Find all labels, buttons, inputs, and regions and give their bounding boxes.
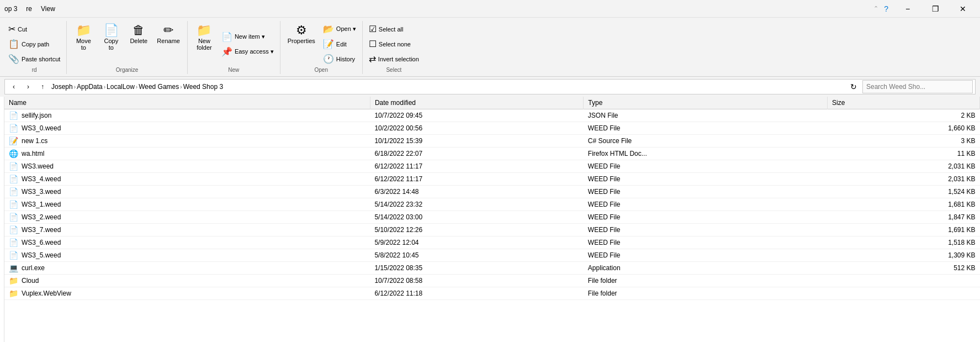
new-item-icon: 📄 (221, 31, 232, 42)
file-icon-9: 📄 (9, 225, 18, 234)
rename-button[interactable]: ✏ Rename (153, 22, 184, 46)
up-button[interactable]: ↑ (36, 80, 49, 93)
file-type-4: WEED File (584, 160, 828, 173)
table-row[interactable]: 📄 WS3.weed 6/12/2022 11:17 WEED File 2,0… (4, 160, 980, 173)
file-date-5: 6/12/2022 11:17 (370, 173, 583, 186)
table-row[interactable]: 📁 Cloud 10/7/2022 08:58 File folder (4, 275, 980, 287)
table-row[interactable]: 📄 WS3_6.weed 5/9/2022 12:04 WEED File 1,… (4, 236, 980, 249)
ribbon-group-organize: 📁 Moveto 📄 Copyto 🗑 Delete ✏ Rename Orga… (67, 21, 188, 74)
new-folder-button[interactable]: 📁 Newfolder (191, 22, 218, 53)
paste-shortcut-icon: 📎 (8, 54, 19, 64)
file-date-14: 6/12/2022 11:18 (370, 287, 583, 300)
ribbon-group-clipboard: ✂ Cut 📋 Copy path 📎 Paste shortcut rd (2, 21, 67, 74)
file-size-11: 1,309 KB (827, 249, 979, 262)
table-row[interactable]: 📄 WS3_2.weed 5/14/2022 03:00 WEED File 1… (4, 211, 980, 224)
easy-access-button[interactable]: 📌 Easy access ▾ (219, 45, 277, 59)
title-tab-view[interactable]: View (41, 5, 55, 13)
file-type-5: WEED File (584, 173, 828, 186)
table-row[interactable]: 📄 sellify.json 10/7/2022 09:45 JSON File… (4, 109, 980, 122)
table-row[interactable]: 📄 WS3_4.weed 6/12/2022 11:17 WEED File 2… (4, 173, 980, 186)
table-row[interactable]: 📄 WS3_3.weed 6/3/2022 14:48 WEED File 1,… (4, 186, 980, 198)
rename-label: Rename (157, 38, 180, 44)
cut-label: Cut (18, 26, 27, 33)
table-row[interactable]: 📝 new 1.cs 10/1/2022 15:39 C# Source Fil… (4, 135, 980, 148)
open-buttons: ⚙ Properties 📂 Open ▾ 📝 Edit 🕐 History (284, 22, 359, 66)
col-header-name[interactable]: Name (4, 97, 370, 109)
file-name-3: wa.html (22, 150, 44, 157)
delete-button[interactable]: 🗑 Delete (125, 22, 152, 46)
move-to-icon: 📁 (76, 24, 91, 36)
sep3: › (136, 84, 137, 90)
copy-path-button[interactable]: 📋 Copy path (6, 37, 63, 51)
file-name-0: sellify.json (22, 112, 51, 119)
maximize-button[interactable]: ❐ (923, 0, 948, 18)
table-row[interactable]: 📄 WS3_7.weed 5/10/2022 12:26 WEED File 1… (4, 224, 980, 236)
new-folder-label: Newfolder (197, 38, 212, 51)
back-button[interactable]: ‹ (7, 80, 20, 93)
file-name-8: WS3_2.weed (22, 213, 61, 221)
file-size-0: 2 KB (827, 109, 979, 122)
search-input[interactable] (862, 80, 973, 93)
forward-button[interactable]: › (22, 80, 35, 93)
cut-button[interactable]: ✂ Cut (6, 22, 63, 36)
paste-shortcut-button[interactable]: 📎 Paste shortcut (6, 52, 63, 66)
select-all-button[interactable]: ☑ Select all (366, 22, 422, 36)
table-row[interactable]: 📄 WS3_0.weed 10/2/2022 00:56 WEED File 1… (4, 122, 980, 135)
breadcrumb-appdata[interactable]: AppData (77, 83, 103, 91)
title-bar-controls: ⌃ ? − ❐ ✕ (873, 0, 976, 18)
file-date-9: 5/10/2022 12:26 (370, 224, 583, 236)
ribbon-group-open: ⚙ Properties 📂 Open ▾ 📝 Edit 🕐 History (280, 21, 363, 74)
copy-to-icon: 📄 (104, 24, 119, 36)
breadcrumb-joseph[interactable]: Joseph (51, 83, 73, 91)
properties-button[interactable]: ⚙ Properties (284, 22, 319, 46)
edit-button[interactable]: 📝 Edit (320, 37, 359, 51)
open-button[interactable]: 📂 Open ▾ (320, 22, 359, 36)
breadcrumb-weedgames[interactable]: Weed Games (139, 83, 179, 91)
minimize-button[interactable]: − (895, 0, 920, 18)
nav-buttons: ‹ › ↑ (7, 80, 49, 93)
breadcrumb-weedshop3[interactable]: Weed Shop 3 (183, 83, 224, 91)
file-type-6: WEED File (584, 186, 828, 198)
table-row[interactable]: 📁 Vuplex.WebView 6/12/2022 11:18 File fo… (4, 287, 980, 300)
file-type-2: C# Source File (584, 135, 828, 148)
title-tab-re[interactable]: re (26, 5, 32, 13)
refresh-button[interactable]: ↻ (847, 80, 860, 93)
close-button[interactable]: ✕ (950, 0, 976, 18)
ribbon: ✂ Cut 📋 Copy path 📎 Paste shortcut rd (0, 18, 980, 77)
col-header-size[interactable]: Size (827, 97, 979, 109)
edit-label: Edit (336, 41, 347, 48)
invert-selection-button[interactable]: ⇄ Invert selection (366, 52, 422, 66)
col-header-date[interactable]: Date modified (370, 97, 583, 109)
history-button[interactable]: 🕐 History (320, 52, 359, 66)
title-bar: op 3 re View ⌃ ? − ❐ ✕ (0, 0, 980, 18)
table-row[interactable]: 🌐 wa.html 6/18/2022 22:07 Firefox HTML D… (4, 148, 980, 160)
file-name-7: WS3_1.weed (22, 201, 61, 208)
open-icon: 📂 (323, 24, 334, 34)
file-date-4: 6/12/2022 11:17 (370, 160, 583, 173)
breadcrumb-localow[interactable]: LocalLow (107, 83, 135, 91)
table-row[interactable]: 📄 WS3_1.weed 5/14/2022 23:32 WEED File 1… (4, 198, 980, 211)
ribbon-group-select: ☑ Select all ☐ Select none ⇄ Invert sele… (363, 21, 425, 74)
file-name-6: WS3_3.weed (22, 188, 61, 196)
select-none-button[interactable]: ☐ Select none (366, 37, 422, 51)
col-header-type[interactable]: Type (584, 97, 828, 109)
history-icon: 🕐 (323, 54, 334, 64)
table-row[interactable]: 💻 curl.exe 1/15/2022 08:35 Application 5… (4, 262, 980, 275)
file-size-5: 2,031 KB (827, 173, 979, 186)
file-size-1: 1,660 KB (827, 122, 979, 135)
clipboard-buttons: ✂ Cut 📋 Copy path 📎 Paste shortcut (6, 22, 63, 66)
copy-path-icon: 📋 (8, 39, 19, 49)
easy-access-icon: 📌 (221, 46, 232, 57)
file-size-7: 1,681 KB (827, 198, 979, 211)
file-type-8: WEED File (584, 211, 828, 224)
invert-selection-label: Invert selection (378, 56, 419, 62)
new-item-button[interactable]: 📄 New item ▾ (219, 30, 277, 44)
file-date-12: 1/15/2022 08:35 (370, 262, 583, 275)
file-icon-4: 📄 (9, 162, 18, 171)
help-icon[interactable]: ? (884, 4, 888, 13)
move-to-button[interactable]: 📁 Moveto (70, 22, 97, 53)
table-row[interactable]: 📄 WS3_5.weed 5/8/2022 10:45 WEED File 1,… (4, 249, 980, 262)
file-type-9: WEED File (584, 224, 828, 236)
copy-to-button[interactable]: 📄 Copyto (98, 22, 124, 53)
sep2: › (104, 84, 105, 90)
